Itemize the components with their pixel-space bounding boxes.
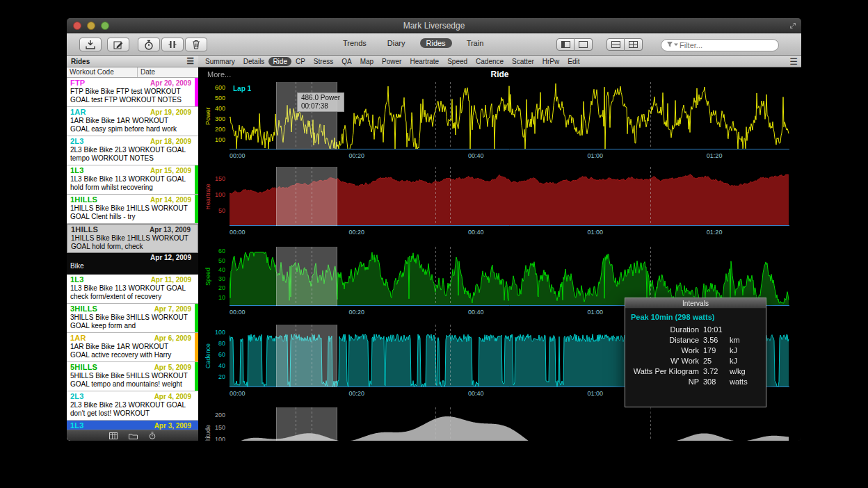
tab-edit[interactable]: Edit <box>563 57 584 66</box>
tab-summary[interactable]: Summary <box>201 57 239 66</box>
x-tick: 01:00 <box>587 309 603 316</box>
delete-ride-button[interactable] <box>185 38 207 51</box>
selection-region[interactable] <box>276 407 337 441</box>
ride-description: 1AR Bike Bike 1AR WORKOUT GOAL active re… <box>70 342 188 359</box>
toolbar-tab-trends[interactable]: Trends <box>337 38 373 48</box>
zoom-window-icon[interactable] <box>101 22 109 30</box>
ride-date: Apr 4, 2009 <box>154 393 192 400</box>
tab-details[interactable]: Details <box>239 57 269 66</box>
y-tick: 80 <box>198 340 225 347</box>
ride-list-item[interactable]: 3HILLSApr 7, 20093HILLS Bike Bike 3HILLS… <box>67 304 198 333</box>
toolbar: TrendsDiaryRidesTrain <box>67 33 801 56</box>
selection-region[interactable] <box>276 167 337 226</box>
interval-stat-row: Watts Per Kilogram3.72w/kg <box>625 366 766 377</box>
tab-qa[interactable]: QA <box>337 57 355 66</box>
tab-hrpw[interactable]: HrPw <box>538 57 563 66</box>
ride-code: 1HILLS <box>71 225 98 234</box>
ride-list-item[interactable]: Apr 12, 2009Bike <box>67 253 198 275</box>
more-link[interactable]: More... <box>207 70 231 79</box>
tab-heartrate[interactable]: Heartrate <box>405 57 443 66</box>
ride-list-item[interactable]: 2L3Apr 4, 20092L3 Bike Bike 2L3 WORKOUT … <box>67 391 198 421</box>
tiled-layout-button[interactable] <box>606 38 625 51</box>
ride-date: Apr 18, 2009 <box>150 138 192 145</box>
tab-ride[interactable]: Ride <box>268 57 291 66</box>
ride-date: Apr 20, 2009 <box>150 79 192 87</box>
tab-cadence[interactable]: Cadence <box>472 57 508 66</box>
tab-stress[interactable]: Stress <box>310 57 337 66</box>
intervals-popup-title[interactable]: Intervals <box>625 298 766 309</box>
toolbar-tab-bar: TrendsDiaryRidesTrain <box>337 38 490 48</box>
intervals-button[interactable] <box>161 38 184 51</box>
window-resize-icon[interactable] <box>789 22 796 29</box>
ride-list-item[interactable]: 1HILLSApr 13, 20091HILLS Bike Bike 1HILL… <box>67 224 198 253</box>
show-sidebar-button[interactable] <box>556 38 574 51</box>
sidebar-header: Rides ☰ <box>67 56 198 67</box>
window-title: Mark Liversedge <box>403 21 465 31</box>
ride-list-item[interactable]: 1L3Apr 3, 2009 <box>67 421 198 430</box>
y-tick: 20 <box>198 284 225 291</box>
title-bar[interactable]: Mark Liversedge <box>67 18 801 33</box>
filter-funnel-icon[interactable] <box>666 41 678 48</box>
ride-date: Apr 5, 2009 <box>154 364 192 371</box>
ride-list-item[interactable]: 5HILLSApr 5, 20095HILLS Bike Bike 5HILLS… <box>67 362 198 391</box>
lap-marker-label: Lap 1 <box>233 85 251 92</box>
ride-list-item[interactable]: 2L3Apr 18, 20092L3 Bike Bike 2L3 WORKOUT… <box>67 136 198 165</box>
interval-unit: kJ <box>730 356 766 366</box>
interval-stat-row: NP308watts <box>625 377 766 387</box>
stopwatch-icon[interactable] <box>149 432 156 439</box>
interval-label: Watts Per Kilogram <box>625 366 703 377</box>
chart-power: Power60050040030020010000:0000:2000:4001… <box>198 82 801 161</box>
interval-stat-row: W' Work25kJ <box>625 356 766 366</box>
y-tick: 400 <box>198 105 225 112</box>
x-tick: 00:40 <box>468 390 484 397</box>
interval-label: W' Work <box>625 356 703 366</box>
selection-region[interactable] <box>276 325 337 387</box>
edit-ride-button[interactable] <box>107 38 129 51</box>
column-date[interactable]: Date <box>138 67 198 77</box>
download-icon <box>85 40 96 50</box>
ride-date: Apr 7, 2009 <box>154 305 192 313</box>
selection-region[interactable] <box>276 247 337 306</box>
y-tick: 300 <box>198 115 225 122</box>
ride-list-item[interactable]: 1HILLSApr 14, 20091HILLS Bike Bike 1HILL… <box>67 195 198 224</box>
intervals-popup[interactable]: Intervals Peak 10min (298 watts) Duratio… <box>625 298 766 407</box>
table-icon[interactable] <box>109 432 118 439</box>
ride-list-item[interactable]: FTPApr 20, 2009FTP Bike Bike FTP test WO… <box>67 78 198 107</box>
y-tick: 150 <box>198 175 225 182</box>
column-workout-code[interactable]: Workout Code <box>67 67 138 77</box>
tab-speed[interactable]: Speed <box>443 57 472 66</box>
toolbar-tab-rides[interactable]: Rides <box>420 38 452 48</box>
ride-list-item[interactable]: 1L3Apr 15, 20091L3 Bike Bike 1L3 WORKOUT… <box>67 165 198 195</box>
folder-icon[interactable] <box>129 432 138 439</box>
grid-layout-button[interactable] <box>625 38 643 51</box>
tab-cp[interactable]: CP <box>291 57 310 66</box>
ride-description: Bike <box>70 261 188 270</box>
chart-altitude: Altitude200150100 <box>198 407 801 441</box>
ride-list-item[interactable]: 1ARApr 6, 20091AR Bike Bike 1AR WORKOUT … <box>67 333 198 362</box>
app-window: Mark Liversedge TrendsDiaryRidesTrain <box>67 18 801 441</box>
toolbar-tab-train[interactable]: Train <box>460 38 490 48</box>
tab-scatter[interactable]: Scatter <box>508 57 538 66</box>
tooltip-value: 486.0 Power <box>301 94 340 102</box>
stopwatch-button[interactable] <box>138 38 160 51</box>
tab-power[interactable]: Power <box>378 57 405 66</box>
x-tick: 00:40 <box>468 229 484 236</box>
ride-list-item[interactable]: 1L3Apr 11, 20091L3 Bike Bike 1L3 WORKOUT… <box>67 275 198 304</box>
toolbar-tab-diary[interactable]: Diary <box>381 38 412 48</box>
ride-code: 1L3 <box>70 421 84 430</box>
tab-map[interactable]: Map <box>356 57 378 66</box>
tooltip-time: 00:07:38 <box>301 102 340 111</box>
sidebar-menu-icon[interactable]: ☰ <box>186 56 194 66</box>
minimize-window-icon[interactable] <box>87 22 95 30</box>
y-tick: 10 <box>198 294 225 301</box>
chart-menu-icon[interactable]: ☰ <box>789 56 798 67</box>
sidebar-title: Rides <box>71 58 90 65</box>
ride-date: Apr 12, 2009 <box>150 254 192 261</box>
hide-sidebar-button[interactable] <box>574 38 593 51</box>
interval-label: Distance <box>625 335 703 345</box>
filter-input[interactable] <box>661 39 779 51</box>
close-window-icon[interactable] <box>73 22 81 30</box>
interval-label: Work <box>625 345 703 356</box>
save-ride-button[interactable] <box>79 38 102 51</box>
ride-list-item[interactable]: 1ARApr 19, 20091AR Bike Bike 1AR WORKOUT… <box>67 107 198 136</box>
